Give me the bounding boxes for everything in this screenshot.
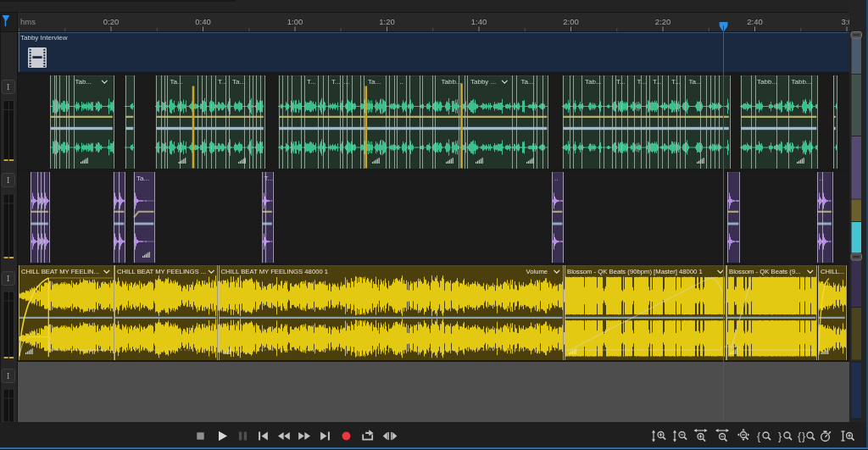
clip-boundary[interactable]	[292, 75, 292, 169]
clip-boundary[interactable]	[211, 75, 212, 169]
zoom-out-horizontal-button[interactable]	[715, 429, 729, 442]
clip-boundary[interactable]	[634, 75, 635, 169]
clip-boundary[interactable]	[219, 265, 220, 360]
pan-envelope[interactable]	[156, 126, 264, 129]
clip-boundary[interactable]	[114, 265, 114, 360]
clip-boundary[interactable]	[244, 75, 245, 169]
clip-boundary[interactable]	[719, 75, 720, 169]
clip-boundary[interactable]	[612, 75, 613, 169]
clip-boundary[interactable]	[41, 172, 42, 263]
pan-envelope[interactable]	[553, 222, 563, 225]
clip-boundary[interactable]	[422, 75, 423, 169]
clip-boundary[interactable]	[676, 75, 677, 169]
clip-boundary[interactable]	[668, 75, 669, 169]
clip-boundary[interactable]	[542, 75, 543, 169]
clip-boundary[interactable]	[253, 75, 253, 169]
clip-boundary[interactable]	[340, 75, 341, 169]
clip-boundary[interactable]	[164, 75, 165, 169]
volume-envelope[interactable]	[115, 316, 217, 318]
clip-boundary[interactable]	[516, 75, 517, 169]
clip-boundary[interactable]	[741, 75, 742, 169]
clip-boundary[interactable]	[114, 75, 114, 169]
clip-boundary[interactable]	[776, 75, 777, 169]
clip-boundary[interactable]	[323, 75, 324, 169]
fast-forward-button[interactable]	[298, 431, 310, 439]
clip-boundary[interactable]	[352, 75, 353, 169]
clip-boundary[interactable]	[700, 75, 701, 169]
clip-boundary[interactable]	[658, 75, 659, 169]
pause-button[interactable]	[239, 431, 247, 440]
clip-boundary[interactable]	[710, 75, 711, 169]
clip-boundary[interactable]	[817, 172, 818, 263]
clip-boundary[interactable]	[680, 75, 681, 169]
clip-boundary[interactable]	[615, 75, 616, 169]
zoom-to-out-point-button[interactable]: }	[778, 430, 792, 442]
clip-boundary[interactable]	[837, 75, 837, 169]
pan-envelope[interactable]	[134, 222, 153, 225]
clip-boundary[interactable]	[512, 75, 513, 169]
clip-boundary[interactable]	[134, 172, 135, 263]
clip-boundary[interactable]	[406, 75, 407, 169]
skip-selection-button[interactable]	[383, 431, 397, 439]
clip-boundary[interactable]	[119, 172, 120, 263]
clip-boundary[interactable]	[389, 75, 390, 169]
record-button[interactable]	[342, 431, 351, 440]
track-2-clip[interactable]	[262, 172, 273, 263]
volume-envelope[interactable]	[125, 115, 133, 117]
zoom-reset-button[interactable]	[737, 428, 749, 440]
clip-boundary[interactable]	[154, 172, 155, 263]
clip-boundary[interactable]	[409, 75, 410, 169]
clip-boundary[interactable]	[229, 75, 230, 169]
clip-boundary[interactable]	[217, 265, 218, 360]
clip-boundary[interactable]	[206, 75, 207, 169]
clip-boundary[interactable]	[846, 265, 847, 360]
clip-boundary[interactable]	[459, 75, 459, 169]
clip-boundary[interactable]	[50, 75, 51, 169]
pan-envelope[interactable]	[728, 222, 739, 225]
clip-boundary[interactable]	[467, 75, 468, 169]
volume-envelope[interactable]	[279, 115, 547, 117]
volume-envelope[interactable]	[219, 316, 562, 318]
clip-boundary[interactable]	[832, 172, 833, 263]
clip-boundary[interactable]	[739, 172, 740, 263]
track-2-clip[interactable]	[552, 172, 563, 263]
clip-boundary[interactable]	[604, 75, 604, 169]
zoom-to-in-point-button[interactable]: {	[757, 430, 771, 442]
track-1-clip[interactable]	[156, 75, 264, 169]
clip-boundary[interactable]	[364, 75, 364, 169]
clip-boundary[interactable]	[256, 75, 257, 169]
play-button[interactable]	[219, 431, 227, 441]
track-1-clip[interactable]	[279, 75, 548, 169]
clip-boundary[interactable]	[548, 75, 548, 169]
clip-boundary[interactable]	[727, 172, 728, 263]
playhead-line[interactable]	[723, 31, 725, 422]
volume-envelope[interactable]	[834, 115, 836, 117]
timeline-scroll-strip[interactable]	[0, 0, 866, 12]
clip-boundary[interactable]	[641, 75, 642, 169]
clip-boundary[interactable]	[167, 75, 168, 169]
clip-boundary[interactable]	[397, 75, 398, 169]
clip-boundary[interactable]	[394, 75, 395, 169]
pan-envelope[interactable]	[31, 222, 48, 225]
zoom-out-vertical-button[interactable]	[673, 430, 687, 442]
volume-envelope[interactable]	[819, 316, 845, 318]
clip-boundary[interactable]	[273, 172, 274, 263]
clip-boundary[interactable]	[755, 75, 756, 169]
clip-boundary[interactable]	[44, 172, 45, 263]
clip-boundary[interactable]	[621, 75, 622, 169]
clip-boundary[interactable]	[328, 75, 329, 169]
track-2-clip[interactable]	[134, 172, 155, 263]
clip-boundary[interactable]	[279, 75, 280, 169]
clip-boundary[interactable]	[282, 75, 283, 169]
clip-boundary[interactable]	[730, 75, 731, 169]
volume-envelope[interactable]	[741, 115, 816, 117]
clip-boundary[interactable]	[59, 75, 60, 169]
clip-boundary[interactable]	[265, 172, 266, 263]
volume-envelope[interactable]	[553, 210, 563, 212]
clip-boundary[interactable]	[599, 75, 600, 169]
volume-envelope[interactable]	[565, 316, 725, 318]
clip-boundary[interactable]	[31, 172, 31, 263]
clip-boundary[interactable]	[66, 75, 67, 169]
clip-boundary[interactable]	[573, 75, 574, 169]
clip-boundary[interactable]	[342, 75, 343, 169]
